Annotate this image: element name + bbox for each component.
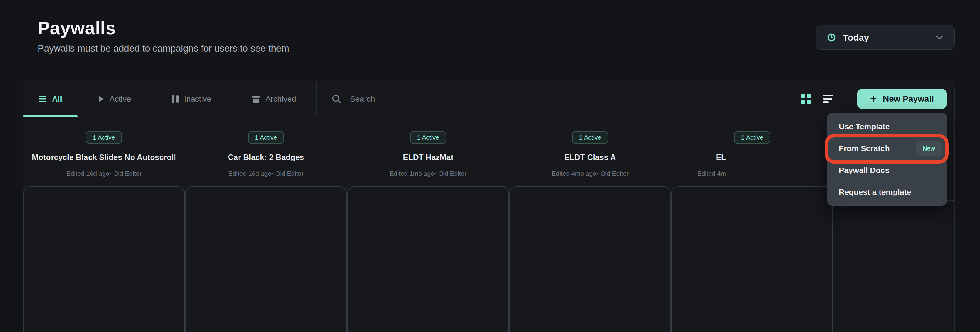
tab-archived[interactable]: Archived	[232, 81, 317, 117]
paywall-preview[interactable]	[185, 186, 347, 332]
paywall-card[interactable]: 1 Active Car Black: 2 Badges Edited 16d …	[185, 117, 347, 332]
tab-label: Active	[110, 94, 131, 104]
tab-label: Inactive	[184, 94, 212, 104]
paywall-edited-meta: Edited 4mo ago• Old Editor	[509, 170, 671, 177]
new-paywall-menu: Use Template From Scratch New Paywall Do…	[827, 113, 947, 206]
menu-item-label: Paywall Docs	[839, 166, 889, 175]
paywall-title: Car Black: 2 Badges	[185, 152, 347, 162]
paywall-preview[interactable]	[844, 200, 955, 332]
chevron-down-icon	[935, 35, 943, 40]
menu-item-label: Request a template	[839, 187, 911, 197]
paywall-title: Motorcycle Black Slides No Autoscroll	[23, 152, 185, 162]
menu-item-label: From Scratch	[839, 144, 890, 153]
paywall-card[interactable]: 1 Active EL Edited 4m	[671, 117, 833, 332]
grid-view-icon[interactable]	[801, 94, 811, 104]
status-badge: 1 Active	[572, 131, 609, 144]
view-controls: + New Paywall	[801, 81, 947, 117]
date-filter-label: Today	[843, 32, 869, 43]
search-input[interactable]: Search	[317, 81, 444, 117]
paywall-list-panel: All Active Inactive	[23, 81, 955, 332]
new-paywall-label: New Paywall	[883, 94, 934, 104]
tab-label: All	[52, 94, 62, 104]
play-icon	[98, 95, 104, 103]
list-lines-icon	[38, 95, 46, 103]
menu-item-label: Use Template	[839, 122, 889, 132]
paywall-preview[interactable]	[671, 186, 833, 332]
tab-active[interactable]: Active	[78, 81, 151, 117]
paywall-card[interactable]: 1 Active Motorcycle Black Slides No Auto…	[23, 117, 185, 332]
menu-item-request-template[interactable]: Request a template	[827, 181, 947, 203]
archive-icon	[252, 95, 260, 103]
menu-item-paywall-docs[interactable]: Paywall Docs	[827, 159, 947, 181]
paywall-edited-meta: Edited 16d ago• Old Editor	[23, 170, 185, 177]
search-placeholder: Search	[350, 94, 375, 104]
paywall-column: 1 Active EL Edited 4m	[671, 117, 834, 332]
plus-icon: +	[870, 93, 877, 105]
status-badge: 1 Active	[734, 131, 771, 144]
paywall-grid: 1 Active Motorcycle Black Slides No Auto…	[23, 117, 954, 332]
pause-icon	[172, 95, 179, 103]
active-tab-underline	[23, 115, 78, 117]
paywall-column: 1 Active Car Black: 2 Badges Edited 16d …	[185, 117, 347, 332]
paywall-edited-meta: Edited 16d ago• Old Editor	[185, 170, 347, 177]
page-subtitle: Paywalls must be added to campaigns for …	[38, 43, 289, 54]
tab-label: Archived	[265, 94, 296, 104]
paywall-preview[interactable]	[509, 186, 671, 332]
tab-all[interactable]: All	[23, 81, 78, 117]
date-filter-dropdown[interactable]: Today	[816, 25, 955, 50]
new-paywall-button[interactable]: + New Paywall	[858, 89, 947, 109]
status-badge: 1 Active	[248, 131, 285, 144]
status-badge: 1 Active	[86, 131, 123, 144]
paywalls-page: Paywalls Paywalls must be added to campa…	[0, 0, 980, 332]
paywall-edited-meta: Edited 4m	[671, 170, 833, 177]
page-title: Paywalls	[38, 17, 116, 38]
paywall-title: ELDT Class A	[509, 152, 671, 162]
paywall-card[interactable]: 1 Active ELDT HazMat Edited 1mo ago• Old…	[347, 117, 509, 332]
paywall-preview[interactable]	[347, 186, 509, 332]
paywall-card[interactable]: 1 Active ELDT Class A Edited 4mo ago• Ol…	[509, 117, 671, 332]
search-icon	[332, 94, 341, 104]
menu-item-use-template[interactable]: Use Template	[827, 116, 947, 137]
paywall-column: 1 Active ELDT HazMat Edited 1mo ago• Old…	[347, 117, 509, 332]
paywall-edited-meta: Edited 1mo ago• Old Editor	[347, 170, 509, 177]
menu-item-from-scratch[interactable]: From Scratch New	[827, 137, 947, 159]
new-badge: New	[916, 141, 942, 156]
clock-icon	[827, 33, 835, 41]
tab-inactive[interactable]: Inactive	[151, 81, 232, 117]
paywall-preview[interactable]	[23, 186, 185, 332]
status-badge: 1 Active	[410, 131, 447, 144]
paywall-column: 1 Active Motorcycle Black Slides No Auto…	[23, 117, 185, 332]
paywall-column: 1 Active ELDT Class A Edited 4mo ago• Ol…	[509, 117, 671, 332]
paywall-title: ELDT HazMat	[347, 152, 509, 162]
paywall-title: EL	[671, 152, 833, 162]
list-view-icon[interactable]	[823, 94, 833, 103]
tab-bar: All Active Inactive	[23, 81, 954, 117]
